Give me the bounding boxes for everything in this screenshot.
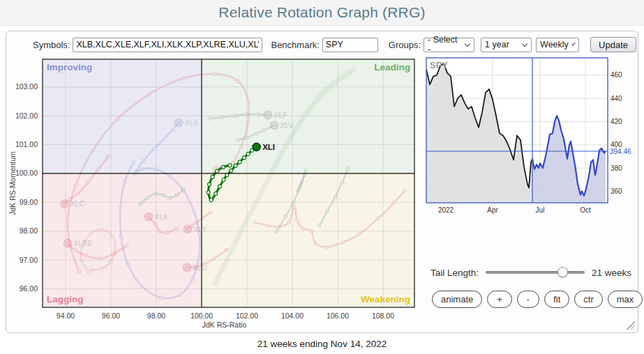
tail-length-slider-track[interactable] bbox=[486, 271, 585, 274]
svg-text:XLRE: XLRE bbox=[73, 239, 92, 247]
benchmark-label: Benchmark: bbox=[271, 40, 319, 50]
svg-text:103.00: 103.00 bbox=[15, 82, 38, 91]
svg-text:XLF: XLF bbox=[274, 111, 287, 119]
chevron-down-icon bbox=[571, 42, 576, 46]
svg-text:XLC: XLC bbox=[70, 199, 85, 208]
svg-text:SPY: SPY bbox=[430, 60, 448, 70]
symbols-label: Symbols: bbox=[33, 40, 70, 50]
tail-length-slider[interactable] bbox=[486, 267, 585, 278]
groups-select[interactable]: - Select - bbox=[424, 38, 474, 52]
frequency-select[interactable]: Weekly bbox=[536, 38, 579, 52]
main-panel: Symbols: Benchmark: Groups: - Select - 1… bbox=[6, 31, 638, 333]
frequency-select-value: Weekly bbox=[540, 40, 569, 49]
svg-text:100.00: 100.00 bbox=[15, 169, 38, 177]
symbols-input[interactable] bbox=[73, 38, 262, 52]
svg-text:JdK RS-Ratio: JdK RS-Ratio bbox=[202, 321, 247, 329]
zoom-out-button[interactable]: - bbox=[517, 291, 539, 308]
groups-label: Groups: bbox=[389, 40, 421, 50]
svg-text:XLK: XLK bbox=[154, 213, 168, 221]
svg-text:JdK RS-Momentum: JdK RS-Momentum bbox=[8, 151, 17, 215]
footer-caption: 21 weeks ending Nov 14, 2022 bbox=[0, 339, 644, 349]
page-title: Relative Rotation Graph (RRG) bbox=[218, 4, 425, 21]
svg-text:XLI: XLI bbox=[262, 143, 275, 151]
tail-length-slider-handle[interactable] bbox=[557, 267, 568, 277]
svg-text:380: 380 bbox=[611, 164, 622, 172]
svg-text:101.00: 101.00 bbox=[15, 140, 38, 148]
period-select[interactable]: 1 year bbox=[481, 38, 532, 52]
title-bar: Relative Rotation Graph (RRG) bbox=[0, 0, 644, 26]
fit-button[interactable]: fit bbox=[544, 291, 569, 308]
svg-text:XLY: XLY bbox=[193, 225, 207, 233]
svg-text:Oct: Oct bbox=[580, 206, 591, 214]
svg-text:XLU: XLU bbox=[193, 263, 207, 272]
svg-text:460: 460 bbox=[611, 71, 622, 79]
svg-text:97.00: 97.00 bbox=[20, 256, 38, 264]
rrg-chart[interactable]: XLBXLFXLVXLCXLKXLYXLREXLUXLIImprovingLea… bbox=[8, 56, 426, 338]
svg-text:Lagging: Lagging bbox=[47, 294, 84, 305]
svg-text:XLB: XLB bbox=[185, 118, 199, 127]
tail-length-value: 21 weeks bbox=[592, 268, 631, 278]
svg-text:106.00: 106.00 bbox=[327, 311, 349, 320]
svg-text:94.00: 94.00 bbox=[57, 311, 75, 320]
svg-text:420: 420 bbox=[611, 118, 622, 125]
benchmark-chart: 360380400420440460394.462022AprJulOctSPY bbox=[421, 52, 637, 226]
svg-text:Improving: Improving bbox=[47, 62, 92, 72]
maximize-button[interactable]: max bbox=[608, 291, 643, 308]
svg-text:440: 440 bbox=[611, 95, 622, 102]
svg-text:99.00: 99.00 bbox=[20, 198, 38, 206]
svg-text:96.00: 96.00 bbox=[102, 311, 120, 320]
tail-length-label: Tail Length: bbox=[430, 268, 479, 278]
svg-text:XLV: XLV bbox=[280, 121, 293, 130]
chart-buttons: animate + - fit ctr max bbox=[432, 291, 641, 308]
svg-text:98.00: 98.00 bbox=[147, 311, 165, 320]
chevron-down-icon bbox=[522, 40, 527, 46]
chevron-down-icon bbox=[465, 40, 470, 46]
animate-button[interactable]: animate bbox=[432, 291, 482, 308]
svg-text:Leading: Leading bbox=[374, 62, 410, 72]
toolbar: Symbols: Benchmark: Groups: - Select - 1… bbox=[6, 36, 638, 53]
benchmark-chart-svg: 360380400420440460394.462022AprJulOctSPY bbox=[421, 52, 637, 226]
period-select-value: 1 year bbox=[485, 40, 509, 49]
groups-select-value: - Select - bbox=[428, 35, 461, 54]
svg-text:Weakening: Weakening bbox=[361, 294, 410, 305]
update-button[interactable]: Update bbox=[590, 37, 636, 52]
svg-text:96.00: 96.00 bbox=[20, 284, 38, 293]
svg-text:Jul: Jul bbox=[536, 206, 545, 214]
svg-text:104.00: 104.00 bbox=[281, 311, 304, 320]
rrg-chart-svg[interactable]: XLBXLFXLVXLCXLKXLYXLREXLUXLIImprovingLea… bbox=[8, 56, 426, 338]
svg-text:102.00: 102.00 bbox=[15, 111, 38, 120]
center-button[interactable]: ctr bbox=[574, 291, 602, 308]
svg-text:102.00: 102.00 bbox=[236, 311, 258, 320]
svg-text:Apr: Apr bbox=[487, 206, 498, 214]
resize-handle[interactable] bbox=[627, 321, 635, 330]
svg-text:394.46: 394.46 bbox=[610, 148, 631, 155]
rrg-app: Relative Rotation Graph (RRG) Symbols: B… bbox=[0, 0, 644, 354]
svg-text:108.00: 108.00 bbox=[372, 311, 394, 320]
svg-text:98.00: 98.00 bbox=[20, 226, 38, 235]
svg-text:100.00: 100.00 bbox=[190, 311, 213, 320]
svg-text:360: 360 bbox=[611, 187, 622, 195]
benchmark-input[interactable] bbox=[322, 38, 378, 52]
svg-text:2022: 2022 bbox=[438, 206, 454, 214]
zoom-in-button[interactable]: + bbox=[487, 291, 512, 308]
tail-length-control: Tail Length: 21 weeks bbox=[430, 266, 636, 279]
